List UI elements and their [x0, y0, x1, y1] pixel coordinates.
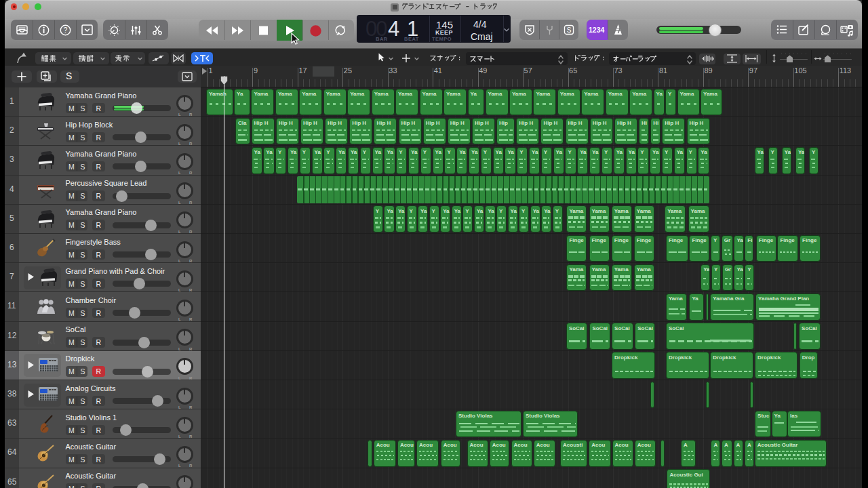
svg-text:S: S	[567, 26, 572, 34]
svg-text:?: ?	[64, 26, 68, 34]
